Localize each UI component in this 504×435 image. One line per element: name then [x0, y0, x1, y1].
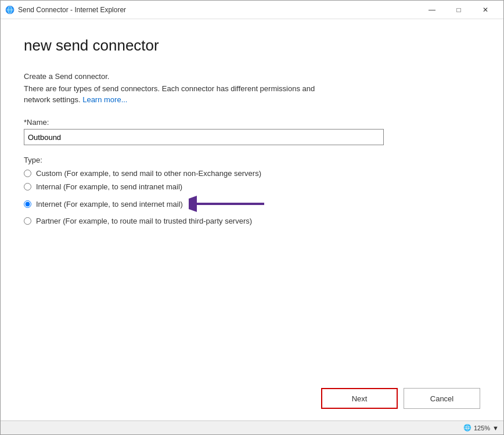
- close-button[interactable]: ✕: [472, 1, 499, 19]
- radio-custom-input[interactable]: [24, 170, 31, 177]
- next-button[interactable]: Next: [321, 388, 398, 409]
- title-bar: Send Connector - Internet Explorer — □ ✕: [1, 1, 503, 19]
- content-area: new send connector Create a Send connect…: [1, 19, 503, 382]
- zoom-level: 125%: [474, 425, 490, 432]
- zoom-control[interactable]: 🌐 125% ▼: [463, 424, 499, 432]
- page-title: new send connector: [24, 37, 480, 55]
- form-section: *Name: Type: Custom (For example, to sen…: [24, 118, 480, 230]
- radio-custom[interactable]: Custom (For example, to send mail to oth…: [24, 169, 480, 178]
- main-window: Send Connector - Internet Explorer — □ ✕…: [0, 0, 504, 435]
- radio-internet-label: Internet (For example, to send internet …: [36, 200, 183, 208]
- radio-internal-input[interactable]: [24, 183, 31, 190]
- name-input[interactable]: [24, 129, 384, 145]
- minimize-button[interactable]: —: [419, 1, 445, 19]
- description-text2: network settings.: [24, 95, 81, 104]
- type-label: Type:: [24, 156, 480, 164]
- cancel-button[interactable]: Cancel: [404, 388, 480, 409]
- description-line3: network settings. Learn more...: [24, 95, 480, 104]
- radio-partner[interactable]: Partner (For example, to route mail to t…: [24, 217, 480, 225]
- status-bar: 🌐 125% ▼: [1, 420, 503, 434]
- window-title: Send Connector - Internet Explorer: [18, 6, 419, 14]
- description-line1: Create a Send connector.: [24, 72, 480, 81]
- description-line2: There are four types of send connectors.…: [24, 84, 480, 93]
- description-text: There are four types of send connectors.…: [24, 84, 315, 93]
- radio-internal[interactable]: Internal (For example, to send intranet …: [24, 182, 480, 191]
- footer-area: Next Cancel: [1, 382, 503, 420]
- radio-partner-label: Partner (For example, to route mail to t…: [36, 217, 252, 225]
- radio-internet-input[interactable]: [24, 200, 31, 208]
- radio-partner-input[interactable]: [24, 217, 31, 225]
- zoom-dropdown-icon[interactable]: ▼: [492, 425, 499, 432]
- name-label: *Name:: [24, 118, 480, 127]
- radio-internal-label: Internal (For example, to send intranet …: [36, 182, 182, 191]
- window-controls: — □ ✕: [419, 1, 499, 19]
- radio-internet[interactable]: Internet (For example, to send internet …: [24, 196, 480, 212]
- app-icon: [5, 5, 15, 15]
- zoom-icon: 🌐: [463, 424, 471, 432]
- radio-custom-label: Custom (For example, to send mail to oth…: [36, 169, 261, 178]
- type-section: Type: Custom (For example, to send mail …: [24, 156, 480, 225]
- arrow-annotation: [189, 196, 270, 212]
- maximize-button[interactable]: □: [445, 1, 472, 19]
- learn-more-link[interactable]: Learn more...: [82, 95, 127, 104]
